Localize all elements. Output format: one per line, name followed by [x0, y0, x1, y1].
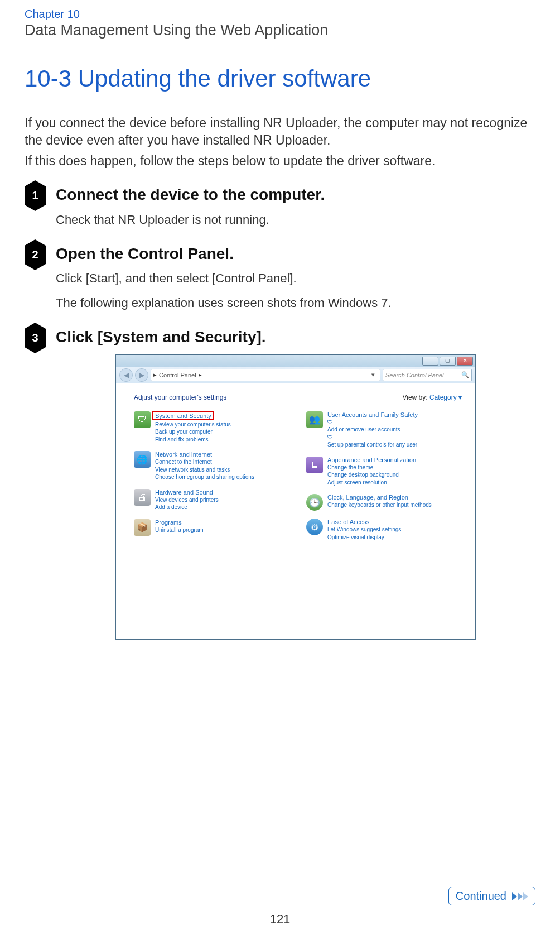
clock-language-link[interactable]: Clock, Language, and Region: [327, 494, 408, 501]
step-desc: The following explanation uses screen sh…: [56, 294, 535, 312]
users-icon: 👥: [306, 411, 323, 428]
section-title: 10-3 Updating the driver software: [25, 65, 535, 92]
step-bullet-icon: 2: [25, 244, 56, 264]
step-desc: Click [Start], and then select [Control …: [56, 270, 535, 287]
gear-icon: ⚙: [306, 519, 323, 535]
category-item: 🖥 Appearance and Personalization Change …: [306, 457, 462, 487]
appearance-link[interactable]: Appearance and Personalization: [327, 457, 416, 463]
category-item: 🕒 Clock, Language, and Region Change key…: [306, 494, 462, 511]
breadcrumb-item[interactable]: Control Panel: [159, 372, 196, 378]
category-sublink[interactable]: Connect to the Internet: [155, 458, 254, 466]
category-item: 🌐 Network and Internet Connect to the In…: [134, 451, 289, 481]
monitor-icon: 🖥: [306, 457, 323, 473]
category-sublink[interactable]: Choose homegroup and sharing options: [155, 473, 254, 481]
search-input[interactable]: Search Control Panel 🔍: [383, 369, 472, 381]
address-bar[interactable]: ▸ Control Panel ▸ ▾: [151, 369, 380, 381]
category-sublink[interactable]: Change keyboards or other input methods: [327, 501, 432, 509]
continued-badge: Continued: [448, 887, 535, 905]
page-number: 121: [0, 912, 560, 927]
step-row: 3 Click [System and Security]. — ▢ ✕ ◀ ▶…: [25, 328, 535, 640]
search-placeholder: Search Control Panel: [385, 372, 444, 378]
category-item: ⚙ Ease of Access Let Windows suggest set…: [306, 519, 462, 541]
chapter-label: Chapter 10: [25, 8, 535, 21]
control-panel-window: — ▢ ✕ ◀ ▶ ▸ Control Panel ▸ ▾ Search: [115, 354, 476, 640]
category-sublink[interactable]: Optimize visual display: [327, 534, 401, 541]
category-sublink[interactable]: Change desktop background: [327, 471, 416, 479]
window-content: Adjust your computer's settings View by:…: [116, 383, 475, 639]
continued-label: Continued: [456, 890, 506, 903]
category-sublink[interactable]: Find and fix problems: [155, 436, 231, 444]
category-sublink[interactable]: 🛡 Add or remove user accounts: [327, 419, 418, 434]
step-row: 1 Connect the device to the computer. Ch…: [25, 185, 535, 228]
maximize-button[interactable]: ▢: [440, 357, 456, 366]
step-title: Connect the device to the computer.: [56, 185, 535, 204]
ease-access-link[interactable]: Ease of Access: [327, 519, 369, 525]
category-left-column: 🛡 System and Security Review your comput…: [134, 411, 289, 549]
category-sublink[interactable]: Adjust screen resolution: [327, 479, 416, 487]
window-titlebar: — ▢ ✕: [116, 355, 475, 367]
intro-paragraph: If you connect the device before install…: [25, 114, 535, 149]
box-icon: 📦: [134, 519, 151, 536]
chapter-title: Data Management Using the Web Applicatio…: [25, 22, 535, 45]
minimize-button[interactable]: —: [422, 357, 438, 366]
network-internet-link[interactable]: Network and Internet: [155, 451, 212, 458]
step-bullet-icon: 3: [25, 328, 56, 347]
chevron-down-icon: ▾: [458, 393, 462, 401]
nav-back-button[interactable]: ◀: [119, 368, 133, 382]
step-bullet-icon: 1: [25, 185, 56, 205]
category-sublink[interactable]: 🛡 Set up parental controls for any user: [327, 434, 418, 449]
nav-forward-button[interactable]: ▶: [135, 368, 148, 382]
system-security-link[interactable]: System and Security: [152, 411, 214, 420]
globe-icon: 🌐: [134, 451, 151, 468]
category-sublink[interactable]: Add a device: [155, 503, 219, 511]
category-item: 🛡 System and Security Review your comput…: [134, 411, 289, 444]
step-desc: Check that NR Uploader is not running.: [56, 211, 535, 229]
category-sublink[interactable]: Let Windows suggest settings: [327, 526, 401, 534]
clock-icon: 🕒: [306, 494, 323, 511]
category-sublink[interactable]: View network status and tasks: [155, 466, 254, 474]
category-sublink[interactable]: Uninstall a program: [155, 526, 204, 534]
breadcrumb-sep-icon: ▸: [199, 371, 202, 378]
category-sublink[interactable]: Change the theme: [327, 464, 416, 472]
category-sublink[interactable]: Review your computer's status: [155, 421, 231, 429]
step-number: 2: [32, 248, 38, 261]
category-item: 📦 Programs Uninstall a program: [134, 519, 289, 536]
category-sublink[interactable]: Back up your computer: [155, 428, 231, 436]
category-item: 🖨 Hardware and Sound View devices and pr…: [134, 489, 289, 511]
step-number: 3: [32, 332, 38, 344]
step-number: 1: [32, 189, 38, 202]
programs-link[interactable]: Programs: [155, 519, 182, 526]
breadcrumb-root-icon: ▸: [153, 371, 157, 378]
category-item: 👥 User Accounts and Family Safety 🛡 Add …: [306, 411, 462, 449]
category-right-column: 👥 User Accounts and Family Safety 🛡 Add …: [306, 411, 462, 549]
step-title: Open the Control Panel.: [56, 244, 535, 263]
viewby-label: View by:: [402, 393, 427, 401]
step-row: 2 Open the Control Panel. Click [Start],…: [25, 244, 535, 312]
search-icon: 🔍: [461, 371, 469, 378]
step-title: Click [System and Security].: [56, 328, 535, 347]
printer-icon: 🖨: [134, 489, 151, 506]
address-dropdown-icon[interactable]: ▾: [369, 371, 378, 378]
category-sublink[interactable]: View devices and printers: [155, 496, 219, 504]
adjust-settings-label: Adjust your computer's settings: [134, 393, 226, 401]
viewby-value[interactable]: Category ▾: [429, 393, 462, 401]
hardware-sound-link[interactable]: Hardware and Sound: [155, 489, 213, 496]
shield-icon: 🛡: [134, 411, 151, 428]
forward-triangles-icon: [512, 892, 528, 900]
intro-paragraph: If this does happen, follow the steps be…: [25, 152, 535, 170]
close-button[interactable]: ✕: [457, 357, 473, 366]
window-toolbar: ◀ ▶ ▸ Control Panel ▸ ▾ Search Control P…: [116, 367, 475, 383]
user-accounts-link[interactable]: User Accounts and Family Safety: [327, 411, 418, 418]
